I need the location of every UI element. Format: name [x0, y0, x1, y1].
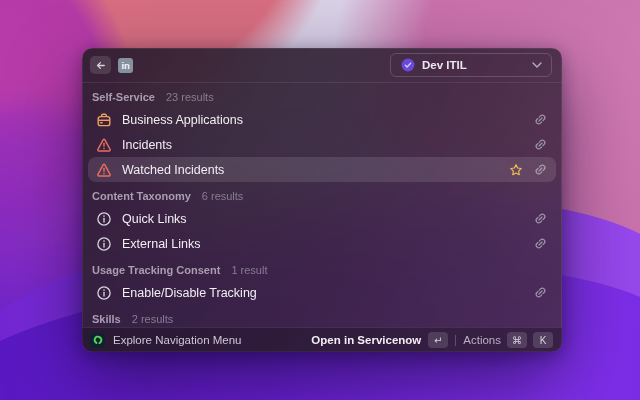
footer-actions: Open in Servicenow ↵ Actions ⌘ K	[311, 332, 553, 348]
results-list: Self-Service 23 results Business Applica…	[82, 83, 562, 327]
instance-selector-label: Dev ITIL	[422, 59, 525, 71]
divider	[455, 335, 456, 346]
list-item-label: Quick Links	[122, 212, 187, 226]
section-title: Self-Service	[92, 91, 155, 103]
section-header: Usage Tracking Consent 1 result	[88, 260, 556, 280]
action-bar: Explore Navigation Menu Open in Servicen…	[82, 327, 562, 352]
k-key-badge: K	[533, 332, 553, 348]
arrow-left-icon	[94, 59, 107, 72]
list-item[interactable]: Quick Links	[88, 206, 556, 231]
link-icon	[533, 236, 548, 251]
list-item[interactable]: Enable/Disable Tracking	[88, 280, 556, 305]
link-icon	[533, 137, 548, 152]
section-title: Usage Tracking Consent	[92, 264, 220, 276]
info-circle-icon	[96, 285, 112, 301]
desktop: in Dev ITIL Self-Service 23 results	[0, 0, 640, 400]
list-item-label: Watched Incidents	[122, 163, 224, 177]
list-item[interactable]: External Links	[88, 231, 556, 256]
list-item-label: Enable/Disable Tracking	[122, 286, 257, 300]
list-item-label: Business Applications	[122, 113, 243, 127]
cmd-key-badge: ⌘	[507, 332, 527, 348]
list-item[interactable]: Incidents	[88, 132, 556, 157]
section-count: 1 result	[231, 264, 267, 276]
warning-triangle-icon	[96, 162, 112, 178]
section-header: Self-Service 23 results	[88, 87, 556, 107]
section-header: Skills 2 results	[88, 309, 556, 327]
primary-action-label: Open in Servicenow	[311, 334, 421, 346]
command-title: Explore Navigation Menu	[113, 334, 242, 346]
servicenow-logo-icon	[90, 333, 105, 348]
launcher-window: in Dev ITIL Self-Service 23 results	[82, 48, 562, 352]
chevron-down-icon	[532, 62, 542, 68]
instance-avatar-icon	[400, 58, 415, 73]
warning-triangle-icon	[96, 137, 112, 153]
back-button[interactable]	[90, 56, 111, 74]
actions-menu-label: Actions	[463, 334, 501, 346]
link-icon	[533, 112, 548, 127]
primary-action-button[interactable]: Open in Servicenow ↵	[311, 332, 448, 348]
section-count: 6 results	[202, 190, 244, 202]
star-icon	[508, 162, 523, 177]
instance-selector[interactable]: Dev ITIL	[390, 53, 552, 77]
list-item[interactable]: Business Applications	[88, 107, 556, 132]
section-count: 2 results	[132, 313, 174, 325]
section-header: Content Taxonomy 6 results	[88, 186, 556, 206]
link-icon	[533, 162, 548, 177]
link-icon	[533, 211, 548, 226]
section-title: Skills	[92, 313, 121, 325]
info-circle-icon	[96, 211, 112, 227]
section-title: Content Taxonomy	[92, 190, 191, 202]
section-count: 23 results	[166, 91, 214, 103]
link-icon	[533, 285, 548, 300]
briefcase-icon	[96, 112, 112, 128]
list-item-selected[interactable]: Watched Incidents	[88, 157, 556, 182]
linkedin-favicon-icon: in	[118, 58, 133, 73]
info-circle-icon	[96, 236, 112, 252]
list-item-label: External Links	[122, 237, 201, 251]
actions-menu-button[interactable]: Actions ⌘ K	[463, 332, 553, 348]
return-key-badge: ↵	[428, 332, 448, 348]
topbar: in Dev ITIL	[82, 48, 562, 83]
list-item-label: Incidents	[122, 138, 172, 152]
